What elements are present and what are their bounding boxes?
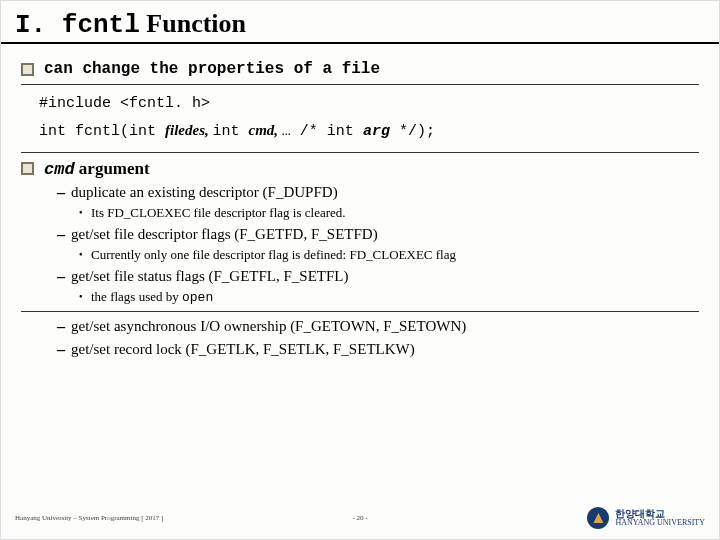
list-subitem: •Its FD_CLOEXEC file descriptor flag is … [79, 205, 699, 221]
include-line: #include <fcntl. h> [39, 95, 699, 112]
content-area: can change the properties of a file #inc… [1, 44, 719, 359]
divider-top [21, 84, 699, 85]
title-suffix: Function [140, 9, 246, 38]
list-subitem: •Currently only one file descriptor flag… [79, 247, 699, 263]
bullet-1-text: can change the properties of a file [44, 60, 380, 78]
university-name: 한양대학교 HANYANG UNIVERSITY [615, 508, 705, 528]
list-item: –get/set file descriptor flags (F_GETFD,… [57, 226, 699, 244]
list-item: –get/set file status flags (F_GETFL, F_S… [57, 268, 699, 286]
page-number: - 20 - [352, 514, 367, 522]
divider-mid [21, 311, 699, 312]
list-item: –duplicate an existing descriptor (F_DUP… [57, 184, 699, 202]
title-prefix: I. fcntl [15, 10, 140, 40]
bullet-2-text: cmd argument [44, 159, 150, 179]
bullet-2: cmd argument [21, 159, 699, 179]
footer-right: 한양대학교 HANYANG UNIVERSITY [587, 507, 705, 529]
list-subitem: •the flags used by open [79, 289, 699, 305]
footer: Hanyang University – System Programming … [1, 507, 719, 529]
list-item: –get/set record lock (F_GETLK, F_SETLK, … [57, 341, 699, 359]
bullet-1: can change the properties of a file [21, 60, 699, 78]
code-box: #include <fcntl. h> int fcntl(int filede… [21, 91, 699, 146]
square-bullet-icon [21, 63, 34, 76]
sublist: –duplicate an existing descriptor (F_DUP… [57, 184, 699, 359]
list-item: –get/set asynchronous I/O ownership (F_G… [57, 318, 699, 336]
square-bullet-icon [21, 162, 34, 175]
divider-bottom [21, 152, 699, 153]
university-logo-icon [587, 507, 609, 529]
signature-line: int fcntl(int filedes, int cmd, … /* int… [39, 122, 699, 140]
title-bar: I. fcntl Function [1, 1, 719, 44]
slide-title: I. fcntl Function [15, 9, 705, 40]
footer-left: Hanyang University – System Programming … [15, 514, 163, 522]
